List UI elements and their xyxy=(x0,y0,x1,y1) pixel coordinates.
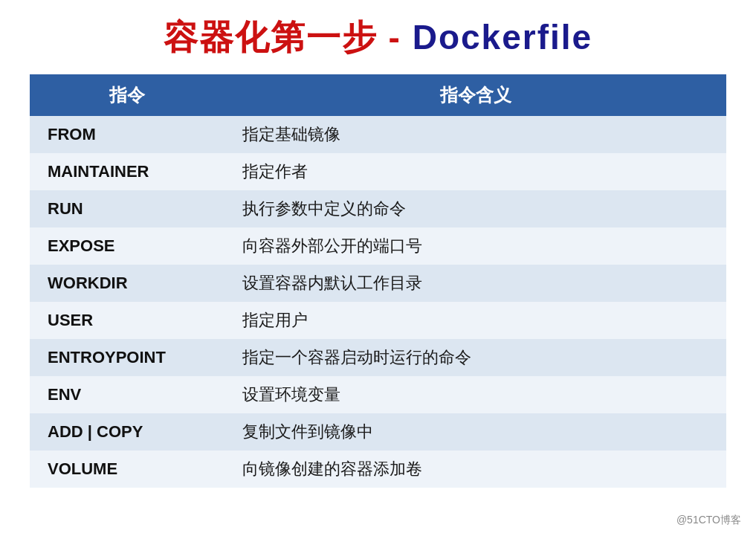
table-row: WORKDIR设置容器内默认工作目录 xyxy=(30,265,726,302)
col-header-description: 指令含义 xyxy=(224,74,726,116)
description-cell: 指定基础镜像 xyxy=(224,116,726,153)
command-cell: EXPOSE xyxy=(30,227,224,265)
table-row: FROM指定基础镜像 xyxy=(30,116,726,153)
description-cell: 指定作者 xyxy=(224,153,726,190)
command-cell: VOLUME xyxy=(30,451,224,488)
command-cell: ENTROYPOINT xyxy=(30,339,224,376)
command-cell: WORKDIR xyxy=(30,265,224,302)
description-cell: 指定用户 xyxy=(224,302,726,339)
table-row: ADD | COPY复制文件到镜像中 xyxy=(30,413,726,451)
title-part1: 容器化第一步 - xyxy=(164,18,413,56)
table-row: VOLUME向镜像创建的容器添加卷 xyxy=(30,451,726,488)
command-cell: USER xyxy=(30,302,224,339)
description-cell: 设置环境变量 xyxy=(224,376,726,413)
table-row: MAINTAINER指定作者 xyxy=(30,153,726,190)
watermark: @51CTO博客 xyxy=(676,514,741,527)
description-cell: 向镜像创建的容器添加卷 xyxy=(224,451,726,488)
command-cell: MAINTAINER xyxy=(30,153,224,190)
col-header-command: 指令 xyxy=(30,74,224,116)
table-row: EXPOSE向容器外部公开的端口号 xyxy=(30,227,726,265)
table-row: ENTROYPOINT指定一个容器启动时运行的命令 xyxy=(30,339,726,376)
description-cell: 向容器外部公开的端口号 xyxy=(224,227,726,265)
table-row: ENV设置环境变量 xyxy=(30,376,726,413)
table-row: RUN执行参数中定义的命令 xyxy=(30,190,726,227)
table-row: USER指定用户 xyxy=(30,302,726,339)
description-cell: 执行参数中定义的命令 xyxy=(224,190,726,227)
table-header-row: 指令 指令含义 xyxy=(30,74,726,116)
description-cell: 设置容器内默认工作目录 xyxy=(224,265,726,302)
title-part2: Dockerfile xyxy=(413,18,592,56)
page-title: 容器化第一步 - Dockerfile xyxy=(164,15,592,61)
command-cell: ENV xyxy=(30,376,224,413)
description-cell: 指定一个容器启动时运行的命令 xyxy=(224,339,726,376)
description-cell: 复制文件到镜像中 xyxy=(224,413,726,451)
dockerfile-table: 指令 指令含义 FROM指定基础镜像MAINTAINER指定作者RUN执行参数中… xyxy=(30,74,726,488)
command-cell: ADD | COPY xyxy=(30,413,224,451)
command-cell: FROM xyxy=(30,116,224,153)
command-cell: RUN xyxy=(30,190,224,227)
